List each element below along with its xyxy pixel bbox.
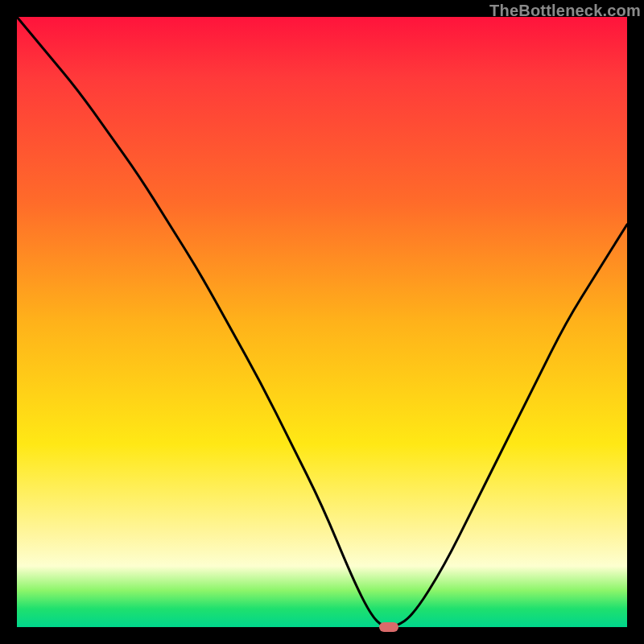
plot-area — [17, 17, 627, 627]
curve-svg — [17, 17, 627, 627]
bottleneck-curve — [17, 17, 627, 627]
minimum-marker — [379, 622, 398, 632]
chart-stage: TheBottleneck.com — [0, 0, 644, 644]
